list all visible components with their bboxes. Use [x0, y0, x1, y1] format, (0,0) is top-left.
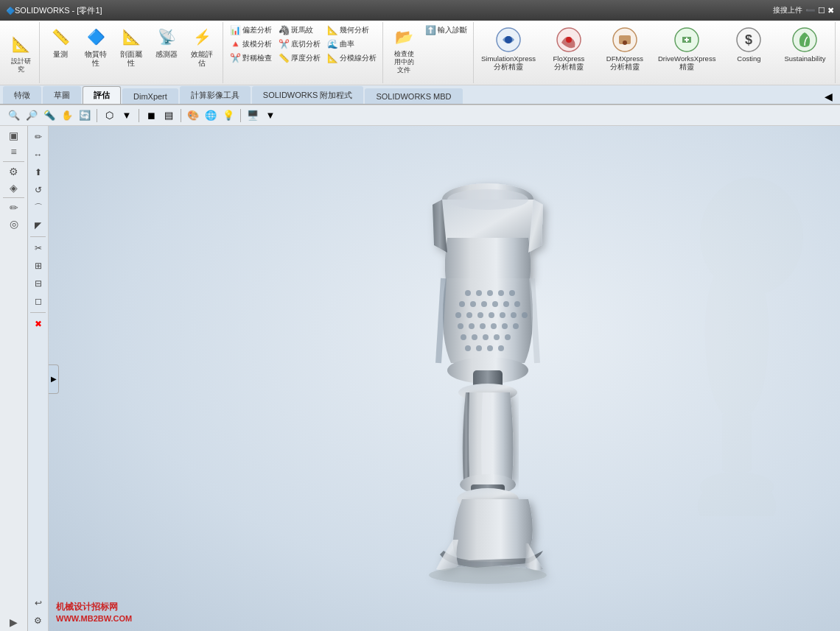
section-view-btn[interactable]: ▤: [161, 107, 177, 124]
design-study-label: 設計研究: [11, 57, 31, 74]
display-dropdown[interactable]: ▼: [262, 107, 279, 124]
properties-btn[interactable]: ≡: [8, 144, 18, 160]
svg-point-28: [466, 312, 472, 318]
window-controls[interactable]: ➖ ☐ ✖: [805, 6, 834, 15]
annotations-btn[interactable]: ✏: [7, 200, 21, 216]
sidebar-sep2: [30, 312, 46, 313]
panel-toggle-btn[interactable]: ▶: [49, 364, 59, 394]
thickness-btn[interactable]: 📏 厚度分析: [276, 52, 322, 65]
smart-dim-btn[interactable]: ↔: [30, 147, 46, 163]
display-state-btn[interactable]: ◈: [7, 180, 20, 196]
zoom-area-btn[interactable]: 🔦: [41, 107, 57, 124]
flo-icon: [554, 25, 584, 54]
ghost-model: [604, 163, 840, 531]
check-icon: 📂: [392, 25, 416, 49]
main-area: ▣ ≡ ⚙ ◈ ✏ ◎ ▶ ✏ ↔ ⬆ ↺ ⌒ ◤ ✂ ⊞ ⊟ ◻ ✖ ↩ ⚙: [0, 126, 840, 631]
tab-evaluate[interactable]: 評估: [83, 86, 121, 104]
geometry-btn[interactable]: 📐 幾何分析: [325, 24, 378, 37]
check-file-btn[interactable]: 📂 檢查使用中的文件: [388, 24, 420, 75]
import-diag-btn[interactable]: ⬆️ 輸入診斷: [423, 24, 469, 37]
config-btn[interactable]: ⚙: [7, 163, 21, 180]
section-icon: 📐: [119, 25, 143, 49]
display-style-btn[interactable]: ◼: [143, 107, 159, 124]
sustainability-btn[interactable]: Sustainability: [779, 24, 830, 64]
curvature-btn[interactable]: 🌊 曲率: [325, 38, 378, 51]
section-properties-btn[interactable]: 📐 剖面屬性: [115, 24, 147, 69]
3d-view-btn[interactable]: ⬡: [101, 107, 117, 124]
tab-render[interactable]: 計算影像工具: [180, 86, 251, 104]
svg-point-39: [513, 323, 519, 329]
shell-btn[interactable]: ◻: [30, 293, 46, 309]
perf-icon: ⚡: [190, 25, 214, 49]
sidebar-sep1: [30, 236, 46, 237]
svg-point-15: [447, 189, 528, 210]
flo-xpress-btn[interactable]: FloXpress分析精靈: [543, 24, 595, 74]
pattern-btn[interactable]: ⊞: [30, 258, 46, 274]
tab-features[interactable]: 特徵: [3, 86, 41, 104]
back-btn[interactable]: ↩: [30, 595, 46, 611]
symmetry-icon: ✂️: [229, 52, 241, 64]
rib-btn[interactable]: ✖: [30, 316, 46, 332]
collapse-panel-btn[interactable]: ▶: [7, 614, 20, 630]
svg-point-35: [469, 323, 475, 329]
deviation-analysis-btn[interactable]: 📊 偏差分析: [228, 24, 273, 37]
svg-point-3: [566, 37, 572, 43]
draft-analysis-btn[interactable]: 🔺 拔模分析: [228, 38, 273, 51]
tab-mbd[interactable]: SOLIDWORKS MBD: [365, 88, 462, 104]
zebra-icon: 🦓: [278, 24, 290, 36]
sensors-btn[interactable]: ◎: [7, 216, 21, 232]
appearance-btn[interactable]: 🎨: [185, 107, 201, 124]
canvas-area[interactable]: 机械设计招标网 WWW.MB2BW.COM ▶: [49, 126, 840, 631]
simulation-xpress-btn[interactable]: SimulationXpress分析精靈: [478, 24, 539, 74]
toolbar-divider1: [97, 109, 97, 122]
feature-tree-btn[interactable]: ▣: [7, 127, 21, 144]
tab-sketch[interactable]: 草圖: [43, 86, 81, 104]
symmetry-check-btn[interactable]: ✂️ 對稱檢查: [228, 52, 273, 65]
tab-dimxpert[interactable]: DimXpert: [122, 88, 178, 104]
performance-btn[interactable]: ⚡ 效能評估: [186, 24, 218, 69]
parting-line-btn[interactable]: 📐 分模線分析: [325, 52, 378, 65]
costing-btn[interactable]: $ Costing: [723, 24, 774, 64]
import-icon: ⬆️: [424, 24, 436, 36]
tab-expand[interactable]: ◀: [820, 89, 837, 104]
mirror-btn[interactable]: ⊟: [30, 275, 46, 292]
design-study-section[interactable]: 📐 設計研究: [3, 22, 40, 83]
svg-point-6: [623, 40, 627, 45]
svg-text:$: $: [745, 32, 752, 47]
scene-btn[interactable]: 🌐: [203, 107, 219, 124]
chamfer-btn[interactable]: ◤: [30, 217, 46, 233]
toolbar-divider4: [240, 109, 241, 122]
svg-point-32: [511, 312, 517, 318]
svg-point-20: [509, 290, 515, 296]
zoom-in-btn[interactable]: 🔎: [24, 107, 40, 124]
driveworks-btn[interactable]: DriveWorksXpress精靈: [655, 24, 718, 74]
sustainability-icon: [790, 25, 819, 54]
curvature-icon: 🌊: [326, 38, 338, 50]
measure-btn[interactable]: 📏 量測: [44, 24, 77, 60]
ribbon-top: 📐 設計研究 📏 量測 🔷 物質特性 📐 剖面屬性 📡 感測器 ⚡: [0, 21, 840, 85]
prosthetic-model: [374, 157, 609, 599]
cut-btn[interactable]: ✂: [30, 240, 46, 256]
deviation-icon: 📊: [229, 24, 241, 36]
tab-addins[interactable]: SOLIDWORKS 附加程式: [252, 86, 364, 104]
top-right-btn[interactable]: 接搜上件: [773, 5, 802, 15]
display-mode-btn[interactable]: 🖥️: [245, 107, 261, 124]
undercut-btn[interactable]: ✂️ 底切分析: [276, 38, 322, 51]
zebra-btn[interactable]: 🦓 斑馬紋: [276, 24, 322, 37]
dfm-xpress-btn[interactable]: DFMXpress分析精靈: [599, 24, 651, 74]
lights-btn[interactable]: 💡: [220, 107, 237, 124]
revolve-btn[interactable]: ↺: [30, 182, 46, 198]
view-dropdown[interactable]: ▼: [119, 107, 135, 124]
sketch-tool-btn[interactable]: ✏: [30, 129, 46, 145]
material-properties-btn[interactable]: 🔷 物質特性: [80, 24, 112, 69]
settings-btn[interactable]: ⚙: [30, 613, 46, 629]
pan-btn[interactable]: ✋: [59, 107, 75, 124]
svg-point-29: [477, 312, 483, 318]
rotate-btn[interactable]: 🔄: [77, 107, 93, 124]
zoom-to-fit-btn[interactable]: 🔍: [6, 107, 22, 124]
fillet-btn[interactable]: ⌒: [30, 200, 46, 216]
model-container: [374, 157, 609, 602]
extrude-btn[interactable]: ⬆: [30, 164, 46, 180]
svg-point-25: [503, 301, 509, 307]
sensor-btn[interactable]: 📡 感測器: [150, 24, 183, 60]
